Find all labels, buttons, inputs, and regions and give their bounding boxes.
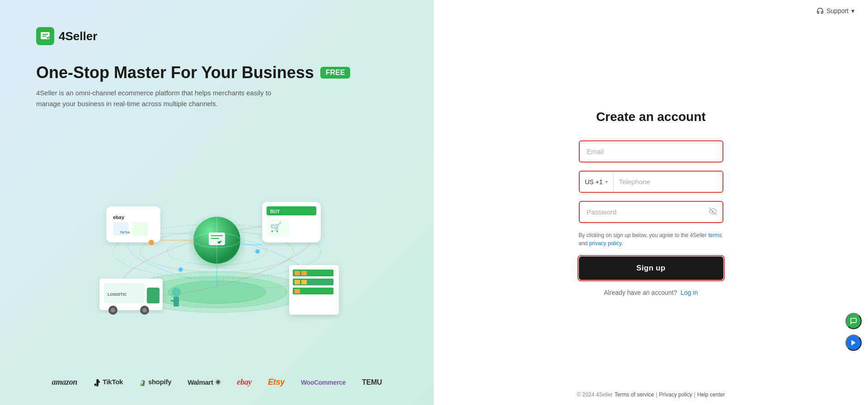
footer-help-link[interactable]: Help center	[697, 391, 725, 398]
svg-rect-38	[301, 280, 307, 284]
signup-button[interactable]: Sign up	[579, 256, 723, 280]
footer-terms-link[interactable]: Terms of service	[615, 391, 654, 398]
svg-point-46	[255, 249, 260, 254]
svg-text:BUY: BUY	[270, 209, 280, 214]
support-button[interactable]: Support ▾	[816, 7, 854, 14]
country-code: US +1	[585, 178, 603, 186]
headline: One-Stop Master For Your Business FREE	[36, 63, 398, 82]
chevron-down-icon: ▾	[605, 179, 608, 184]
brand-woo: WooCommerce	[301, 379, 346, 386]
right-panel: Support ▾ Create an account US +1 ▾	[434, 0, 868, 405]
headline-area: One-Stop Master For Your Business FREE 4…	[36, 63, 398, 109]
terms-link[interactable]: terms	[708, 232, 722, 238]
svg-text:LOGISTIC: LOGISTIC	[108, 292, 127, 297]
brands-area: amazon TikTok shopify Walmart ✳ ebay Ets…	[36, 377, 398, 387]
svg-point-40	[172, 288, 181, 297]
password-field-wrapper	[579, 201, 723, 223]
svg-text:ebay: ebay	[113, 214, 125, 220]
svg-point-45	[178, 267, 183, 272]
free-badge: FREE	[320, 67, 351, 79]
chat-button[interactable]	[845, 313, 862, 329]
svg-point-29	[142, 308, 147, 312]
phone-field-wrapper: US +1 ▾	[579, 171, 723, 193]
brand-temu: TEMU	[362, 378, 382, 386]
floating-icons	[845, 313, 862, 351]
svg-rect-39	[295, 289, 300, 293]
logo-area: 4Seller	[36, 27, 398, 45]
brand-ebay: ebay	[237, 377, 252, 387]
footer-area: © 2024 4Seller Terms of service | Privac…	[434, 384, 868, 405]
email-input[interactable]	[579, 140, 723, 163]
svg-point-27	[111, 308, 115, 312]
svg-marker-50	[851, 340, 855, 345]
country-select[interactable]: US +1 ▾	[580, 172, 614, 192]
chevron-down-icon: ▾	[851, 7, 854, 14]
logo-text: 4Seller	[59, 29, 97, 43]
email-field-wrapper	[579, 140, 723, 163]
left-panel: 4Seller One-Stop Master For Your Busines…	[0, 0, 434, 405]
chat-icon	[850, 317, 857, 325]
logo-icon	[36, 27, 54, 45]
terms-text: By clicking on sign up below, you agree …	[579, 231, 723, 247]
password-input[interactable]	[579, 201, 723, 223]
footer-privacy-link[interactable]: Privacy policy	[659, 391, 692, 398]
privacy-link[interactable]: privacy policy	[589, 240, 621, 247]
form-title: Create an account	[596, 110, 706, 124]
svg-rect-16	[132, 222, 148, 236]
sub-text: 4Seller is an omni-channel ecommerce pla…	[36, 88, 289, 109]
brand-shopify: shopify	[139, 378, 171, 386]
svg-point-44	[149, 240, 154, 245]
support-label: Support	[826, 7, 849, 14]
toggle-password-icon[interactable]	[709, 207, 717, 217]
svg-rect-35	[295, 271, 300, 275]
svg-text:TikTok: TikTok	[120, 230, 131, 234]
brand-walmart: Walmart ✳	[188, 378, 221, 386]
phone-field: US +1 ▾	[579, 171, 723, 193]
video-button[interactable]	[845, 335, 862, 351]
brand-etsy: Etsy	[268, 377, 285, 387]
illustration-area: ebay TikTok BUY 🛒 LOGISTIC	[36, 116, 398, 368]
illustration-svg: ebay TikTok BUY 🛒 LOGISTIC	[81, 161, 352, 324]
brand-tiktok: TikTok	[94, 378, 123, 386]
svg-rect-36	[301, 271, 307, 275]
copyright-text: © 2024 4Seller	[577, 391, 613, 398]
svg-rect-25	[147, 288, 160, 303]
form-area: Create an account US +1 ▾	[434, 22, 868, 384]
phone-input[interactable]	[614, 172, 723, 192]
brand-amazon: amazon	[52, 377, 77, 387]
login-area: Already have an account? Log in	[579, 289, 723, 296]
login-prompt: Already have an account?	[604, 289, 677, 296]
headset-icon	[816, 7, 824, 14]
form-container: US +1 ▾ By clicking on sign up	[579, 140, 723, 296]
svg-text:🛒: 🛒	[270, 222, 282, 233]
top-bar: Support ▾	[434, 0, 868, 22]
login-link[interactable]: Log in	[680, 289, 698, 296]
video-icon	[850, 339, 857, 346]
svg-rect-37	[295, 280, 300, 284]
